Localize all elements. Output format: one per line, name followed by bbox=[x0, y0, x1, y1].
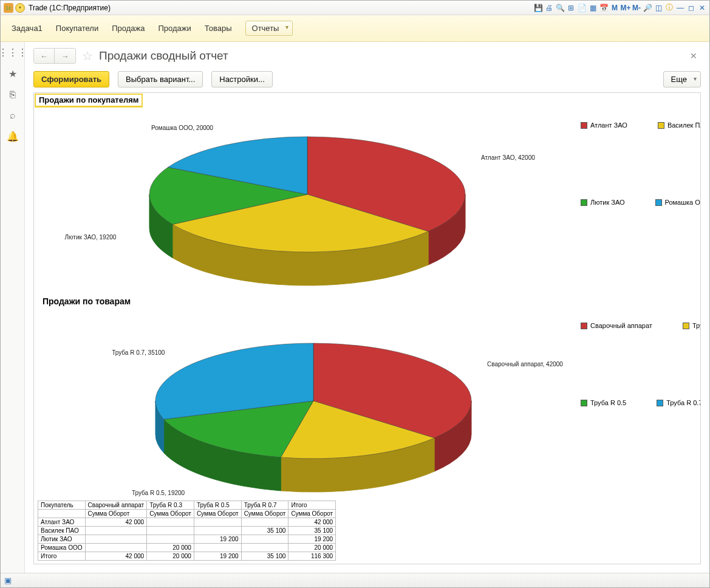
apps-grid-icon[interactable]: ⋮⋮⋮ bbox=[0, 47, 27, 58]
app-title: Trade bbox=[29, 4, 47, 12]
slice-label: Ромашка ООО, 20000 bbox=[151, 125, 213, 131]
table-row: Лютик ЗАО19 20019 200 bbox=[38, 535, 336, 544]
legend-label: Атлант ЗАО bbox=[590, 121, 627, 129]
nav-forward-button[interactable]: → bbox=[55, 49, 75, 63]
legend-label: Труба R 0.7 bbox=[666, 399, 701, 406]
summary-table: ПокупательСварочный аппаратТруба R 0.3Тр… bbox=[38, 501, 336, 561]
legend-item: Сварочный аппарат bbox=[581, 322, 652, 329]
favorites-star-icon[interactable]: ★ bbox=[9, 68, 17, 80]
menu-customers[interactable]: Покупатели bbox=[56, 24, 98, 33]
app-icon: 1c bbox=[4, 3, 13, 13]
more-button[interactable]: Еще bbox=[663, 71, 701, 87]
compare-plus-icon[interactable]: ⊞ bbox=[566, 3, 576, 13]
memory-mminus-button[interactable]: M- bbox=[632, 3, 641, 13]
system-menu-icon[interactable]: ▾ bbox=[15, 3, 25, 13]
titlebar-tools: 💾 🖨 🔍 ⊞ 📄 ▦ 📅 M M+ M- 🔎 ◫ ⓘ — ◻ ✕ bbox=[533, 3, 709, 13]
section-products-title: Продажи по товарам bbox=[39, 295, 134, 307]
memory-m-button[interactable]: M bbox=[610, 3, 620, 13]
legend-label: Василек ПАО bbox=[667, 121, 701, 129]
table-row: Атлант ЗАО42 00042 000 bbox=[38, 518, 336, 527]
nav-back-button[interactable]: ← bbox=[34, 49, 55, 63]
chart-products: Сварочный аппарат, 42000Труба R 0.3, 200… bbox=[34, 310, 700, 498]
choose-variant-button[interactable]: Выбрать вариант... bbox=[118, 71, 203, 87]
table-row: Ромашка ООО20 00020 000 bbox=[38, 544, 336, 552]
legend-label: Лютик ЗАО bbox=[590, 199, 625, 206]
info-icon[interactable]: ⓘ bbox=[664, 3, 674, 13]
legend-swatch bbox=[657, 400, 663, 406]
slice-label: Атлант ЗАО, 42000 bbox=[481, 154, 535, 161]
menubar: Задача1 Покупатели Продажа Продажи Товар… bbox=[1, 15, 709, 42]
clipboard-icon[interactable]: ⎘ bbox=[10, 89, 16, 100]
settings-button[interactable]: Настройки... bbox=[211, 71, 273, 87]
legend-item: Василек ПАО bbox=[658, 121, 701, 129]
menu-reports-dropdown[interactable]: Отчеты bbox=[245, 21, 293, 36]
maximize-button[interactable]: ◻ bbox=[686, 3, 696, 13]
main-panel: ← → ☆ Продажи сводный отчет ✕ Сформирова… bbox=[25, 42, 709, 573]
save-icon[interactable]: 💾 bbox=[533, 3, 543, 13]
legend-swatch bbox=[581, 199, 587, 206]
menu-task1[interactable]: Задача1 bbox=[12, 24, 43, 33]
calendar-icon[interactable]: 📅 bbox=[599, 3, 609, 13]
page-title: Продажи сводный отчет bbox=[99, 49, 228, 63]
slice-label: Сварочный аппарат, 42000 bbox=[487, 361, 563, 368]
menu-sale[interactable]: Продажа bbox=[112, 24, 145, 33]
legend-swatch bbox=[581, 400, 587, 406]
legend-label: Труба R 0.3 bbox=[692, 322, 701, 329]
titlebar: 1c ▾ Trade (1С:Предприятие) 💾 🖨 🔍 ⊞ 📄 ▦ … bbox=[1, 1, 709, 15]
memory-mplus-button[interactable]: M+ bbox=[621, 3, 630, 13]
minimize-button[interactable]: — bbox=[675, 3, 685, 13]
legend-swatch bbox=[683, 323, 689, 329]
table-row: Василек ПАО35 10035 100 bbox=[38, 527, 336, 535]
zoom-in-icon[interactable]: 🔎 bbox=[643, 3, 652, 13]
legend-label: Труба R 0.5 bbox=[590, 399, 626, 406]
app-subtitle: (1С:Предприятие) bbox=[49, 4, 111, 12]
favorite-star-icon[interactable]: ☆ bbox=[82, 49, 93, 63]
close-button[interactable]: ✕ bbox=[697, 3, 707, 13]
menu-sales[interactable]: Продажи bbox=[158, 24, 191, 33]
print-icon[interactable]: 🖨 bbox=[544, 3, 554, 13]
panels-icon[interactable]: ◫ bbox=[654, 3, 663, 13]
legend-swatch bbox=[658, 122, 664, 129]
menu-products[interactable]: Товары bbox=[205, 24, 232, 33]
legend-products: Сварочный аппаратТруба R 0.3Труба R 0.5Т… bbox=[581, 310, 701, 498]
notifications-bell-icon[interactable]: 🔔 bbox=[7, 131, 19, 142]
statusbar: ▣ bbox=[1, 573, 709, 587]
close-tab-icon[interactable]: ✕ bbox=[690, 51, 697, 61]
legend-item: Труба R 0.7 bbox=[657, 399, 701, 406]
legend-customers: Атлант ЗАОВасилек ПАОЛютик ЗАОРомашка ОО… bbox=[581, 109, 701, 292]
slice-label: Лютик ЗАО, 19200 bbox=[65, 234, 117, 241]
status-icon: ▣ bbox=[4, 576, 12, 585]
legend-swatch bbox=[581, 122, 587, 129]
legend-item: Труба R 0.5 bbox=[581, 399, 626, 406]
legend-label: Сварочный аппарат bbox=[590, 322, 652, 329]
chart-customers: Атлант ЗАО, 42000Василек ПАО, 35100Лютик… bbox=[34, 109, 700, 292]
pie-customers: Атлант ЗАО, 42000Василек ПАО, 35100Лютик… bbox=[34, 109, 581, 292]
pie-products: Сварочный аппарат, 42000Труба R 0.3, 200… bbox=[34, 310, 581, 498]
calendar-grid-icon[interactable]: ▦ bbox=[588, 3, 598, 13]
report-area: Продажи по покупателям Атлант ЗАО, 42000… bbox=[33, 92, 701, 564]
legend-swatch bbox=[655, 199, 662, 206]
legend-item: Труба R 0.3 bbox=[683, 322, 701, 329]
preview-icon[interactable]: 🔍 bbox=[555, 3, 565, 13]
slice-label: Труба R 0.5, 19200 bbox=[132, 490, 185, 496]
legend-item: Атлант ЗАО bbox=[581, 121, 627, 129]
section-customers-title: Продажи по покупателям bbox=[35, 94, 142, 107]
table-row: Итого42 00020 00019 20035 100116 300 bbox=[38, 552, 336, 561]
generate-button[interactable]: Сформировать bbox=[33, 71, 109, 87]
legend-swatch bbox=[581, 323, 587, 329]
compare-doc-icon[interactable]: 📄 bbox=[577, 3, 587, 13]
slice-label: Труба R 0.7, 35100 bbox=[112, 349, 165, 356]
legend-item: Лютик ЗАО bbox=[581, 199, 625, 206]
search-icon[interactable]: ⌕ bbox=[10, 110, 16, 121]
left-sidebar: ⋮⋮⋮ ★ ⎘ ⌕ 🔔 bbox=[1, 42, 25, 573]
legend-label: Ромашка ООО bbox=[665, 199, 701, 206]
nav-arrows: ← → bbox=[33, 48, 76, 64]
legend-item: Ромашка ООО bbox=[655, 199, 701, 206]
